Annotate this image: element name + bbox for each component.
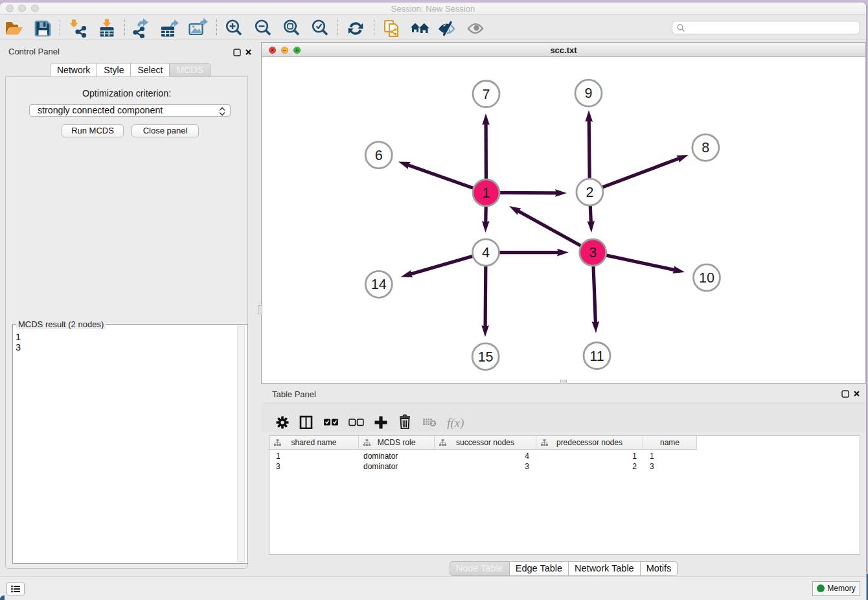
svg-text:8: 8 bbox=[702, 140, 709, 156]
svg-text:3: 3 bbox=[589, 245, 597, 260]
svg-text:10: 10 bbox=[699, 270, 714, 286]
svg-text:2: 2 bbox=[586, 185, 593, 200]
svg-text:f(x): f(x) bbox=[447, 416, 464, 429]
svg-text:4: 4 bbox=[482, 245, 490, 260]
svg-text:14: 14 bbox=[371, 277, 387, 292]
svg-text:9: 9 bbox=[585, 86, 593, 101]
svg-text:11: 11 bbox=[589, 349, 604, 364]
svg-text:15: 15 bbox=[478, 349, 494, 365]
svg-text:7: 7 bbox=[483, 87, 490, 102]
svg-text:1: 1 bbox=[483, 185, 490, 201]
svg-text:6: 6 bbox=[375, 148, 383, 163]
